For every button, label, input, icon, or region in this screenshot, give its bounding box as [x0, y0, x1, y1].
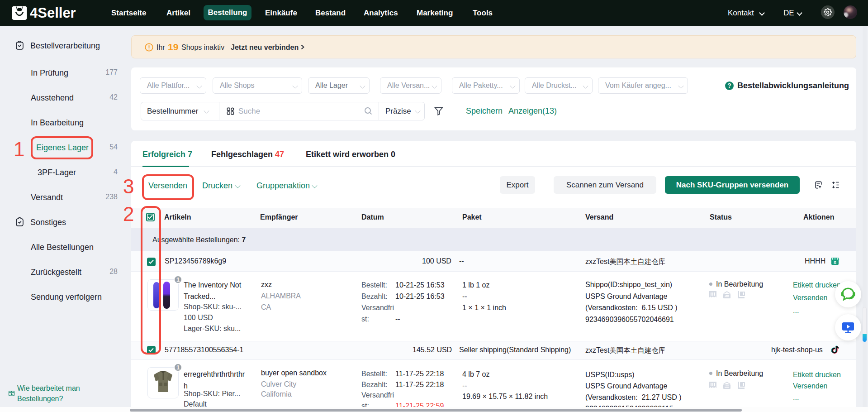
- svg-text:S: S: [834, 260, 836, 265]
